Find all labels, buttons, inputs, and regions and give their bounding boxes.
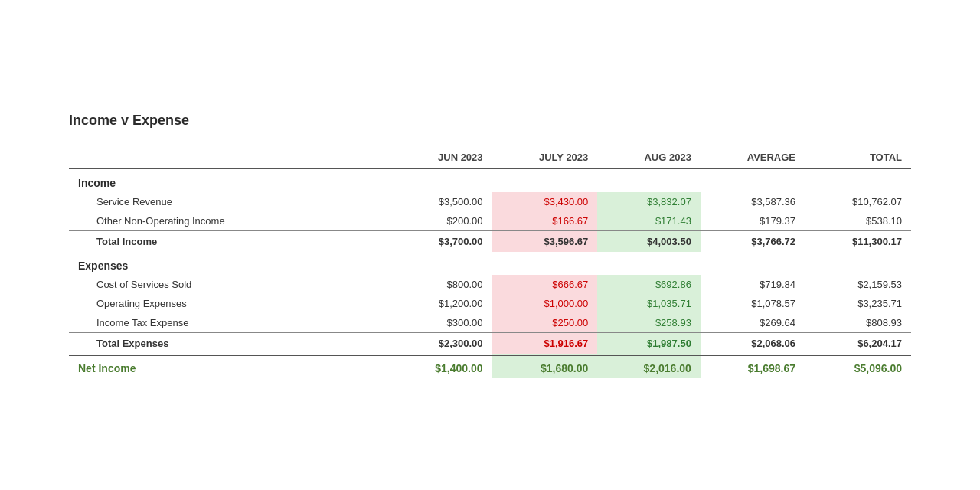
table-cell: $166.67 — [492, 211, 598, 231]
table-cell: Total Expenses — [69, 332, 389, 354]
table-cell: $1,078.57 — [701, 294, 805, 313]
table-cell: $3,700.00 — [389, 230, 492, 252]
table-cell: $1,400.00 — [389, 354, 492, 378]
col-header-avg: AVERAGE — [701, 147, 805, 168]
table-cell: $1,035.71 — [597, 294, 701, 313]
table-cell: $2,300.00 — [389, 332, 492, 354]
table-cell: $5,096.00 — [805, 354, 911, 378]
table-cell: $3,430.00 — [492, 192, 598, 211]
table-cell: Operating Expenses — [69, 294, 389, 313]
table-cell: $258.93 — [597, 313, 701, 333]
table-cell: $1,698.67 — [701, 354, 805, 378]
table-cell: $3,766.72 — [701, 230, 805, 252]
table-cell: $171.43 — [597, 211, 701, 231]
table-cell: Net Income — [69, 354, 389, 378]
table-cell: $719.84 — [701, 275, 805, 294]
col-header-label — [69, 147, 389, 168]
table-cell: $4,003.50 — [597, 230, 701, 252]
income-expense-table: JUN 2023 JULY 2023 AUG 2023 AVERAGE TOTA… — [69, 147, 911, 378]
table-cell: $179.37 — [701, 211, 805, 231]
table-cell: $1,987.50 — [597, 332, 701, 354]
col-header-aug: AUG 2023 — [597, 147, 701, 168]
table-cell: $1,680.00 — [492, 354, 598, 378]
report-title: Income v Expense — [69, 113, 911, 129]
table-cell: $269.64 — [701, 313, 805, 333]
table-cell: $3,596.67 — [492, 230, 598, 252]
table-cell: Cost of Services Sold — [69, 275, 389, 294]
table-cell: $3,235.71 — [805, 294, 911, 313]
table-cell: $800.00 — [389, 275, 492, 294]
table-cell: $1,916.67 — [492, 332, 598, 354]
table-cell: Service Revenue — [69, 192, 389, 211]
income-section-header: Income — [69, 168, 911, 192]
table-cell: $200.00 — [389, 211, 492, 231]
table-cell: $3,832.07 — [597, 192, 701, 211]
col-header-total: TOTAL — [805, 147, 911, 168]
table-cell: $808.93 — [805, 313, 911, 333]
table-cell: $692.86 — [597, 275, 701, 294]
table-cell: $1,000.00 — [492, 294, 598, 313]
table-cell: Other Non-Operating Income — [69, 211, 389, 231]
table-cell: $666.67 — [492, 275, 598, 294]
table-cell: $11,300.17 — [805, 230, 911, 252]
col-header-jul: JULY 2023 — [492, 147, 598, 168]
table-cell: $1,200.00 — [389, 294, 492, 313]
table-cell: Total Income — [69, 230, 389, 252]
table-cell: $300.00 — [389, 313, 492, 333]
table-cell: $10,762.07 — [805, 192, 911, 211]
table-cell: $6,204.17 — [805, 332, 911, 354]
table-cell: $538.10 — [805, 211, 911, 231]
table-cell: $2,016.00 — [597, 354, 701, 378]
table-cell: $2,159.53 — [805, 275, 911, 294]
table-cell: $250.00 — [492, 313, 598, 333]
expenses-section-header: Expenses — [69, 252, 911, 275]
col-header-jun: JUN 2023 — [389, 147, 492, 168]
report-container: Income v Expense JUN 2023 JULY 2023 AUG … — [69, 113, 911, 378]
table-cell: $3,587.36 — [701, 192, 805, 211]
table-cell: $2,068.06 — [701, 332, 805, 354]
table-cell: $3,500.00 — [389, 192, 492, 211]
table-cell: Income Tax Expense — [69, 313, 389, 333]
